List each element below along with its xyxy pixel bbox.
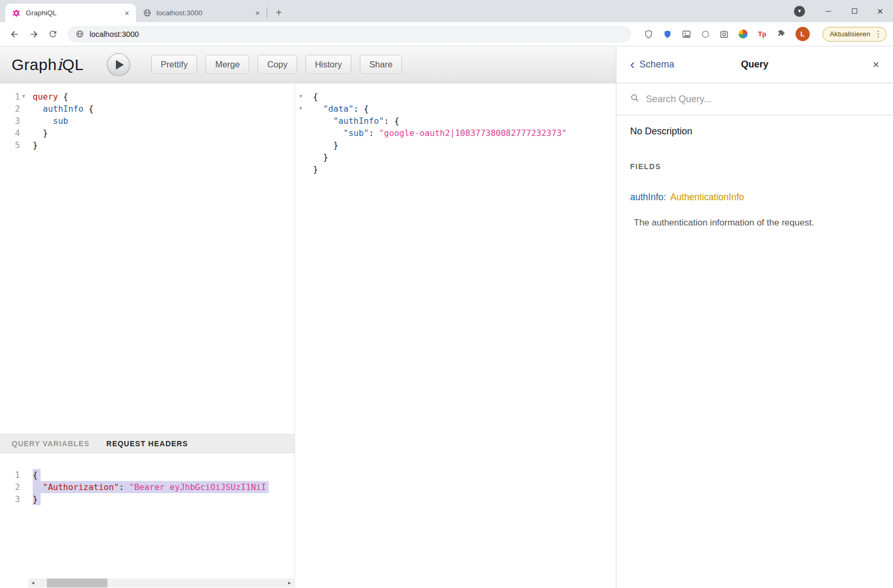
tab-title: localhost:3000	[156, 9, 248, 17]
headers-editor-gutter: 123	[0, 453, 28, 588]
code-line[interactable]: }	[313, 139, 616, 151]
pinwheel-glyph	[739, 30, 748, 38]
code-line[interactable]: }	[33, 139, 295, 151]
tab-strip: GraphiQL × localhost:3000 × + ▼ ✕	[0, 0, 893, 22]
tab-localhost[interactable]: localhost:3000 ×	[136, 4, 267, 22]
forward-button[interactable]	[25, 26, 42, 43]
doc-close-button[interactable]: ×	[872, 59, 879, 71]
tab-close-icon[interactable]: ×	[122, 8, 132, 18]
tp-icon[interactable]: Tp	[757, 28, 768, 40]
line-number: 4	[0, 127, 20, 139]
code-line[interactable]: "authInfo": {	[313, 115, 616, 127]
query-editor-gutter: 12345	[0, 83, 28, 434]
camera-icon[interactable]	[719, 28, 730, 40]
code-line[interactable]: }	[33, 493, 295, 505]
prettify-button[interactable]: Prettify	[151, 55, 197, 74]
code-line[interactable]: sub	[33, 115, 295, 127]
request-headers-editor[interactable]: 123 { "Authorization": "Bearer eyJhbGciO…	[0, 453, 295, 588]
site-info-icon[interactable]	[75, 30, 84, 39]
merge-button[interactable]: Merge	[205, 55, 249, 74]
fold-arrow-icon[interactable]: ▾	[299, 93, 302, 99]
globe-icon	[142, 8, 152, 18]
scroll-right-icon[interactable]: ►	[285, 579, 294, 587]
field-type-link[interactable]: AuthenticationInfo	[670, 192, 744, 202]
headers-editor-code[interactable]: { "Authorization": "Bearer eyJhbGciOiJSU…	[28, 453, 295, 588]
shield-icon[interactable]	[643, 28, 654, 40]
result-viewer-code[interactable]: { "data": { "authInfo": { "sub": "google…	[309, 83, 616, 588]
search-icon	[630, 93, 640, 105]
field-colon: :	[663, 192, 666, 202]
browser-window: GraphiQL × localhost:3000 × + ▼ ✕	[0, 0, 893, 588]
copy-button[interactable]: Copy	[258, 55, 297, 74]
no-description-text: No Description	[630, 126, 879, 137]
fold-arrow-icon[interactable]: ▾	[22, 93, 25, 99]
scrollbar-thumb[interactable]	[47, 579, 107, 587]
profile-avatar[interactable]: L	[796, 27, 810, 41]
history-button[interactable]: History	[306, 55, 351, 74]
line-number: 2	[0, 481, 20, 493]
code-line[interactable]: }	[313, 163, 616, 175]
minimize-button[interactable]	[816, 0, 841, 22]
maximize-icon	[852, 8, 857, 14]
code-line[interactable]: query {	[33, 91, 295, 103]
doc-explorer-header: Query ‹ Schema ×	[616, 46, 893, 83]
graphiql-logo: GraphiQL	[12, 55, 84, 74]
tab-request-headers[interactable]: REQUEST HEADERS	[106, 439, 188, 448]
query-column: 12345 query { authInfo { sub }} ▾ QUERY …	[0, 83, 295, 588]
maximize-button[interactable]	[841, 0, 867, 22]
code-line[interactable]: }	[33, 127, 295, 139]
doc-back-link[interactable]: ‹ Schema	[630, 59, 674, 70]
new-tab-button[interactable]: +	[271, 5, 286, 20]
code-line[interactable]: {	[313, 91, 616, 103]
query-editor-code[interactable]: query { authInfo { sub }}	[28, 83, 295, 434]
kebab-menu-icon[interactable]: ⋮	[874, 29, 882, 39]
share-button[interactable]: Share	[360, 55, 402, 74]
code-line[interactable]: authInfo {	[33, 103, 295, 115]
circle-icon[interactable]	[700, 28, 711, 40]
field-name-link[interactable]: authInfo	[630, 192, 663, 202]
horizontal-scrollbar[interactable]: ◄ ►	[28, 579, 294, 587]
update-chrome-button[interactable]: Aktualisieren ⋮	[822, 27, 887, 42]
tab-query-variables[interactable]: QUERY VARIABLES	[12, 439, 90, 448]
tab-title: GraphiQL	[26, 9, 117, 17]
doc-explorer-panel: Query ‹ Schema × No Description FIELDS a…	[616, 46, 893, 588]
close-icon: ✕	[877, 7, 884, 15]
back-button[interactable]	[6, 26, 23, 43]
code-line[interactable]: "Authorization": "Bearer eyJhbGciOiJSUzI…	[33, 481, 295, 493]
extensions-puzzle-icon[interactable]	[776, 28, 787, 40]
query-editor[interactable]: 12345 query { authInfo { sub }} ▾	[0, 83, 295, 434]
blue-shield-icon[interactable]	[662, 28, 673, 40]
fold-arrow-icon[interactable]: ▾	[299, 105, 302, 111]
extension-icons: Tp L	[637, 27, 815, 41]
line-number: 3	[0, 115, 20, 127]
photo-icon[interactable]	[681, 28, 692, 40]
address-bar[interactable]: localhost:3000	[67, 26, 631, 43]
field-row: authInfo:AuthenticationInfo	[630, 192, 879, 203]
tab-search-button[interactable]: ▼	[794, 6, 805, 17]
doc-back-label: Schema	[640, 59, 674, 70]
result-pane: ▾ ▾ { "data": { "authInfo": { "sub": "go…	[295, 83, 616, 588]
line-number: 5	[0, 139, 20, 151]
reload-button[interactable]	[44, 26, 61, 43]
url-text[interactable]: localhost:3000	[90, 30, 139, 38]
scrollbar-track[interactable]	[37, 579, 285, 587]
tab-graphiql[interactable]: GraphiQL ×	[5, 4, 136, 22]
pinwheel-icon[interactable]	[738, 28, 749, 40]
tab-separator	[267, 7, 267, 18]
play-icon	[116, 60, 124, 70]
scroll-left-icon[interactable]: ◄	[28, 579, 37, 587]
line-number: 3	[0, 493, 20, 505]
close-button[interactable]: ✕	[867, 0, 893, 22]
minimize-icon	[826, 11, 831, 12]
execute-query-button[interactable]	[107, 53, 130, 76]
code-line[interactable]: {	[33, 469, 295, 481]
doc-search-input[interactable]	[646, 94, 879, 105]
tab-close-icon[interactable]: ×	[253, 8, 262, 18]
code-line[interactable]: }	[313, 151, 616, 163]
doc-body: No Description FIELDS authInfo:Authentic…	[616, 115, 893, 239]
chevron-left-icon: ‹	[630, 59, 635, 70]
graphiql-app: GraphiQL Prettify Merge Copy History Sha…	[0, 46, 893, 588]
code-line[interactable]: "sub": "google-oauth2|108377380082777232…	[313, 127, 616, 139]
code-line[interactable]: "data": {	[313, 103, 616, 115]
doc-search-row	[616, 83, 893, 115]
